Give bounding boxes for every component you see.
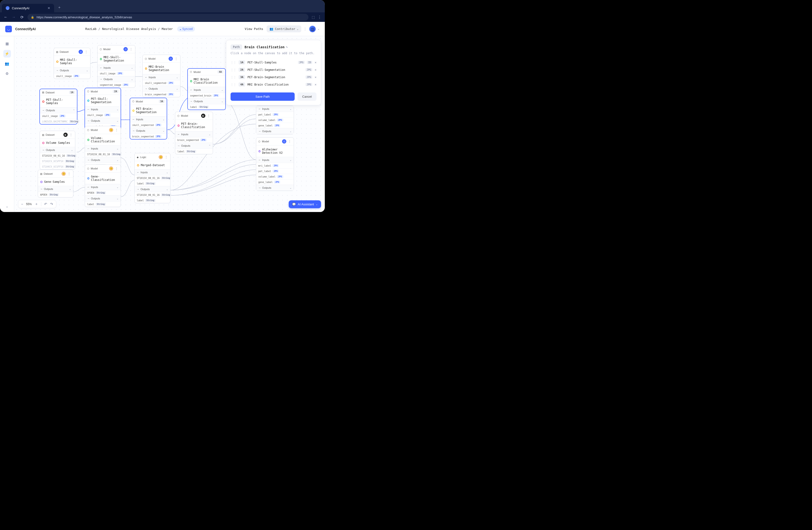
node-merged-dataset[interactable]: ◆Logic🙂⋮ Merged-Dataset ←Inputs⌄ ST101SV… <box>134 153 171 203</box>
inputs-header[interactable]: ←Inputs⌄ <box>256 157 294 163</box>
ai-assistant-button[interactable]: 💬 AI Assistant ⌄ <box>289 200 321 208</box>
outputs-header[interactable]: →Outputs⌄ <box>54 68 90 73</box>
remove-item-icon[interactable]: ✕ <box>315 83 317 86</box>
inputs-header[interactable]: ←Inputs⌄ <box>85 184 121 190</box>
outputs-header[interactable]: →Outputs⌄ <box>85 157 121 163</box>
output-port[interactable]: brain_segmentedJPG <box>130 134 167 139</box>
outputs-header[interactable]: →Outputs⌄ <box>130 128 167 134</box>
node-menu-icon[interactable]: ⋮ <box>288 140 292 143</box>
node-multimodal-classifier[interactable]: ←Inputs⌄ pet_labelJPG volume_labelJPG ge… <box>256 106 294 134</box>
node-menu-icon[interactable]: ⋮ <box>207 114 211 117</box>
remove-item-icon[interactable]: ✕ <box>315 75 317 79</box>
output-port[interactable]: skull_imageJPG <box>54 73 90 79</box>
node-mri-skull-samples[interactable]: ▤Dataset◫⋮ MRI-Skull-Samples →Outputs⌄ s… <box>54 48 90 79</box>
chevron-down-icon[interactable]: ⌄ <box>317 27 320 30</box>
node-pet-skull-samples[interactable]: ▤Dataset1A PET-Skull-Samples →Outputs⌃ s… <box>40 89 77 124</box>
output-port[interactable]: ST102CV_UCSFFSXString <box>40 158 75 164</box>
drag-handle-icon[interactable]: ⋮⋮ <box>231 61 236 64</box>
node-pet-skull-segmentation[interactable]: ⬡Model2A PET-Skull-Segmentation ←Inputs⌄… <box>85 88 121 129</box>
rail-settings[interactable]: ⚙ <box>3 70 11 78</box>
canvas[interactable]: ▤Dataset◫⋮ MRI-Skull-Samples →Outputs⌄ s… <box>14 36 325 212</box>
input-port[interactable]: skull_segmentedJPG <box>143 80 180 86</box>
node-mri-brain-segmentation[interactable]: ⬡Model◫⋮ MRI-Brain Segmentation ←Inputs⌄… <box>143 55 180 97</box>
node-menu-icon[interactable]: ⋮ <box>115 167 118 170</box>
inputs-header[interactable]: ←Inputs⌄ <box>143 74 180 80</box>
input-port[interactable]: ST101SV_08_01_16String <box>85 151 121 157</box>
crumb-branch[interactable]: Master <box>162 27 173 31</box>
remove-item-icon[interactable]: ✕ <box>315 68 317 71</box>
node-volume-classification[interactable]: ⬡Model🙂⋮ Volume-Classification ←Inputs⌄ … <box>85 126 121 168</box>
output-port[interactable]: ST104CV_UCSFFSXString <box>40 164 75 169</box>
inputs-header[interactable]: ←Inputs⌄ <box>175 131 213 137</box>
path-item[interactable]: ⋮⋮ 2A PET-Skull-Segmentation JPG ✕ <box>231 66 317 73</box>
node-menu-icon[interactable]: ⋮ <box>67 172 71 176</box>
outputs-header[interactable]: →Outputs⌃ <box>40 108 77 113</box>
node-menu-icon[interactable]: ⋮ <box>174 57 178 60</box>
crumb-org[interactable]: RazLab <box>85 27 97 31</box>
user-avatar[interactable]: ◫ <box>309 25 316 32</box>
node-pet-brain-segmentation[interactable]: ⬡Model3A PET-Brain-Segmentation ←Inputs⌄… <box>130 98 167 139</box>
undo-button[interactable]: ↶ <box>44 202 47 206</box>
outputs-header[interactable]: →Outputs⌄ <box>135 186 170 192</box>
node-menu-icon[interactable]: ⋮ <box>164 155 168 159</box>
node-menu-icon[interactable]: ⋮ <box>84 50 88 54</box>
outputs-header[interactable]: →Outputs⌄ <box>188 98 225 104</box>
input-port[interactable]: gene_labelJPG <box>256 123 294 128</box>
save-path-button[interactable]: Save Path <box>231 93 295 101</box>
output-port[interactable]: labelString <box>175 149 213 154</box>
input-port[interactable]: mri_labelJPG <box>256 163 294 168</box>
output-port[interactable]: APOE4String <box>38 192 73 197</box>
rail-flows[interactable]: ⚡ <box>3 50 11 57</box>
output-port[interactable]: brain_segmentedJPG <box>143 92 180 97</box>
inputs-header[interactable]: ←Inputs⌄ <box>98 65 135 71</box>
node-volume-samples[interactable]: ▤Dataset◐⋮ Volume Samples →Outputs⌄ ST10… <box>40 131 75 169</box>
path-item[interactable]: ⋮⋮ 3A PET-Brain-Segmentation JPG ✕ <box>231 73 317 81</box>
path-item[interactable]: ⋮⋮ 4A MRI Brain Classification JPG ✕ <box>231 81 317 88</box>
zoom-out-button[interactable]: − <box>21 202 23 206</box>
outputs-header[interactable]: →Outputs⌄ <box>256 185 294 191</box>
input-port[interactable]: skull_imageJPG <box>85 112 121 118</box>
new-tab-button[interactable]: ＋ <box>54 3 64 12</box>
node-menu-icon[interactable]: ⋮ <box>115 128 118 132</box>
outputs-header[interactable]: →Outputs⌄ <box>85 196 121 201</box>
forward-button[interactable]: → <box>11 15 16 19</box>
browser-tab[interactable]: ◡ ConnectifyAI ✕ <box>2 4 54 12</box>
view-paths-link[interactable]: View Paths <box>245 27 263 31</box>
remove-item-icon[interactable]: ✕ <box>315 60 317 64</box>
role-selector[interactable]: 👥 Contributor ⌄ <box>267 25 301 32</box>
node-gene-samples[interactable]: ▤Dataset🙂⋮ Gene-Samples →Outputs⌄ APOE4S… <box>38 170 73 197</box>
outputs-header[interactable]: →Outputs⌃ <box>175 143 213 149</box>
output-port[interactable]: labelString <box>85 201 121 207</box>
outputs-header[interactable]: →Outputs⌄ <box>40 147 75 153</box>
extension-icon[interactable]: ⬚ <box>312 15 315 19</box>
url-field[interactable]: 🔒 https://www.connectify.ai/neurological… <box>28 14 308 21</box>
inputs-header[interactable]: ←Inputs⌄ <box>188 87 225 93</box>
output-port[interactable]: labelString <box>135 197 170 203</box>
input-port[interactable]: volume_labelJPG <box>256 174 294 179</box>
node-mri-brain-classification[interactable]: ⬡Model4A MRI Brain Classification ←Input… <box>188 68 226 110</box>
output-port[interactable]: segmented_imageJPG <box>98 82 135 87</box>
input-port[interactable]: ST101SV_08_01_16String <box>135 175 170 181</box>
browser-menu-icon[interactable]: ⋮ <box>318 15 321 19</box>
drag-handle-icon[interactable]: ⋮⋮ <box>231 68 236 71</box>
node-menu-icon[interactable]: ⋮ <box>69 133 73 136</box>
cancel-button[interactable]: Cancel <box>298 93 317 101</box>
input-port[interactable]: pet_labelJPG <box>256 168 294 174</box>
rail-dashboard[interactable]: ▦ <box>3 40 11 47</box>
input-port[interactable]: volume_labelJPG <box>256 117 294 123</box>
crumb-project[interactable]: Neurological Disease Analysis <box>102 27 156 31</box>
input-port[interactable]: skull_imageJPG <box>98 71 135 76</box>
input-port[interactable]: skull_segmentedJPG <box>130 122 167 128</box>
output-port[interactable]: ST101SV_08_01_16String <box>40 153 75 158</box>
path-item[interactable]: ⋮⋮ 1A PET-Skull-Samples JPG ID ✕ <box>231 59 317 66</box>
inputs-header[interactable]: ←Inputs⌄ <box>85 146 121 151</box>
rail-expand-button[interactable]: › <box>6 205 8 209</box>
close-tab-icon[interactable]: ✕ <box>47 6 50 10</box>
outputs-header[interactable]: →Outputs⌄ <box>38 186 73 192</box>
inputs-header[interactable]: ←Inputs⌄ <box>256 106 294 112</box>
input-port[interactable]: segmented_brainJPG <box>188 93 225 98</box>
input-port[interactable]: brain_segmentedJPG <box>175 137 213 143</box>
outputs-header[interactable]: →Outputs⌄ <box>256 128 294 134</box>
outputs-header[interactable]: →Outputs⌄ <box>85 118 121 124</box>
inputs-header[interactable]: ←Inputs⌄ <box>130 116 167 122</box>
